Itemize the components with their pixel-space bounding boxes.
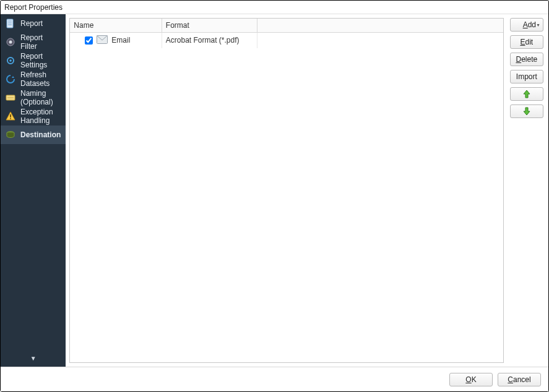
- cancel-button[interactable]: Cancel: [498, 373, 541, 386]
- edit-button[interactable]: Edit: [510, 35, 543, 49]
- ok-button[interactable]: OK: [449, 373, 493, 386]
- add-button[interactable]: Add ▼: [510, 18, 543, 32]
- warning-icon: [6, 111, 15, 121]
- sidebar-item-label: Report: [20, 19, 43, 28]
- main-content: Name Format: [66, 14, 548, 367]
- sidebar-item-label: Report Settings: [20, 52, 61, 69]
- edit-label-rest: dit: [525, 38, 533, 46]
- dropdown-caret-icon: ▼: [536, 23, 540, 27]
- delete-label-rest: elete: [521, 55, 537, 64]
- sidebar-item-destination[interactable]: Destination: [1, 126, 66, 144]
- svg-rect-0: [7, 19, 13, 28]
- settings-icon: [6, 56, 15, 66]
- svg-marker-8: [12, 76, 14, 78]
- sidebar-item-report-filter[interactable]: Report Filter: [1, 33, 66, 51]
- window-title: Report Properties: [4, 3, 63, 12]
- cell-format: Acrobat Format (*.pdf): [162, 33, 257, 48]
- svg-rect-12: [10, 114, 11, 117]
- svg-point-7: [9, 59, 12, 62]
- sidebar-item-label: Exception Handling: [20, 108, 61, 125]
- row-name-label: Email: [111, 36, 130, 45]
- naming-icon: [6, 93, 15, 103]
- destination-table: Name Format: [69, 18, 503, 363]
- svg-rect-13: [10, 118, 11, 119]
- destination-icon: [6, 130, 15, 140]
- action-panel: Add ▼ Edit Delete Import: [510, 18, 543, 363]
- svg-marker-17: [524, 108, 530, 115]
- cell-empty: [257, 33, 503, 48]
- sidebar-scroll-down[interactable]: ▼: [1, 355, 66, 367]
- move-up-button[interactable]: [510, 87, 543, 101]
- import-label: Import: [516, 72, 537, 81]
- svg-marker-16: [524, 90, 530, 98]
- sidebar-item-report-settings[interactable]: Report Settings: [1, 51, 66, 70]
- report-properties-window: Report Properties Report: [0, 0, 549, 392]
- import-button[interactable]: Import: [510, 70, 543, 83]
- delete-button[interactable]: Delete: [510, 53, 543, 66]
- sidebar-item-report[interactable]: Report: [1, 14, 66, 33]
- sidebar: Report Report Filter: [1, 14, 66, 367]
- sidebar-item-label: Naming (Optional): [20, 89, 61, 106]
- up-arrow-icon: [523, 90, 530, 98]
- titlebar: Report Properties: [1, 1, 548, 14]
- sidebar-item-exception-handling[interactable]: Exception Handling: [1, 107, 66, 126]
- svg-point-5: [9, 41, 12, 44]
- sidebar-item-label: Refresh Datasets: [20, 70, 61, 88]
- table-row[interactable]: Email Acrobat Format (*.pdf): [70, 33, 503, 48]
- column-header-empty[interactable]: [257, 19, 503, 32]
- sidebar-item-label: Destination: [20, 130, 61, 139]
- email-icon: [97, 35, 108, 46]
- down-arrow-icon: [523, 107, 530, 116]
- report-icon: [6, 19, 15, 28]
- move-down-button[interactable]: [510, 104, 543, 118]
- cell-name: Email: [70, 33, 162, 48]
- filter-icon: [6, 37, 15, 47]
- dialog-footer: OK Cancel: [1, 367, 548, 391]
- refresh-icon: [6, 74, 15, 84]
- add-label-rest: dd: [528, 20, 536, 29]
- column-header-name[interactable]: Name: [70, 19, 162, 32]
- sidebar-item-refresh-datasets[interactable]: Refresh Datasets: [1, 70, 66, 88]
- row-checkbox[interactable]: [85, 36, 93, 45]
- sidebar-item-naming[interactable]: Naming (Optional): [1, 88, 66, 107]
- column-header-format[interactable]: Format: [162, 19, 257, 32]
- add-label-u: A: [523, 20, 528, 29]
- sidebar-item-label: Report Filter: [20, 33, 61, 51]
